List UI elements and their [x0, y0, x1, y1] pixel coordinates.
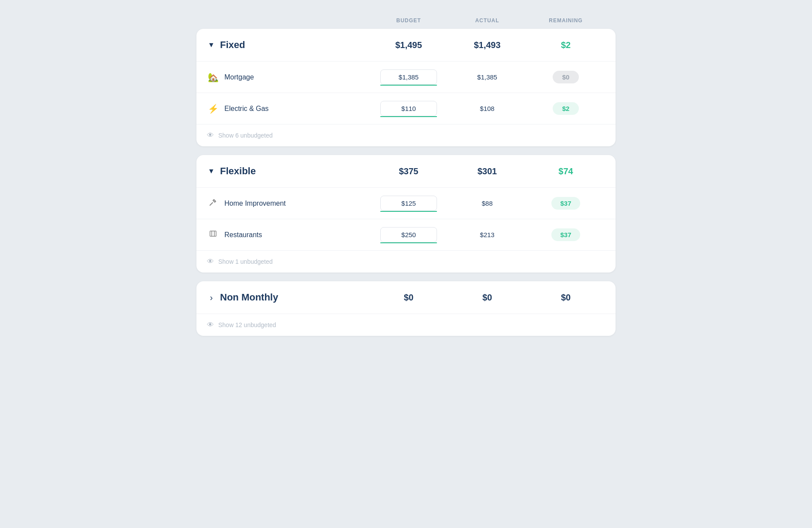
mortgage-remaining-cell: $0 — [526, 71, 605, 83]
mortgage-label: Mortgage — [224, 73, 254, 81]
restaurants-budget-input[interactable] — [380, 227, 437, 242]
fixed-show-unbudgeted[interactable]: 👁 Show 6 unbudgeted — [196, 124, 616, 146]
flexible-section-values: $375 $301 $74 — [369, 166, 605, 176]
home-improvement-row-values: $88 $37 — [369, 196, 605, 211]
restaurants-remaining-cell: $37 — [526, 228, 605, 241]
fixed-section-values: $1,495 $1,493 $2 — [369, 40, 605, 50]
flexible-chevron-icon[interactable]: ▼ — [207, 167, 216, 175]
remaining-column-header: REMAINING — [526, 17, 605, 24]
column-headers: BUDGET ACTUAL REMAINING — [196, 17, 616, 29]
non-monthly-budget-total: $0 — [369, 293, 448, 303]
flexible-section: ▼ Flexible $375 $301 $74 Home Improvemen… — [196, 155, 616, 273]
fixed-budget-total: $1,495 — [369, 40, 448, 50]
flexible-remaining-total: $74 — [526, 166, 605, 176]
home-improvement-icon — [207, 198, 219, 209]
mortgage-row-values: $1,385 $0 — [369, 69, 605, 85]
mortgage-row: 🏡 Mortgage $1,385 $0 — [196, 62, 616, 93]
electric-gas-icon: ⚡ — [207, 104, 219, 114]
mortgage-actual: $1,385 — [448, 73, 526, 81]
fixed-remaining-total: $2 — [526, 40, 605, 50]
non-monthly-section-values: $0 $0 $0 — [369, 293, 605, 303]
electric-gas-row-left: ⚡ Electric & Gas — [207, 104, 369, 114]
mortgage-budget-wrapper — [380, 69, 437, 85]
non-monthly-chevron-icon[interactable]: › — [207, 293, 216, 303]
electric-gas-budget-cell — [369, 101, 448, 116]
home-improvement-row: Home Improvement $88 $37 — [196, 188, 616, 219]
mortgage-remaining-badge: $0 — [553, 71, 579, 83]
home-improvement-remaining-cell: $37 — [526, 197, 605, 210]
mortgage-budget-input[interactable] — [380, 69, 437, 85]
restaurants-icon — [207, 229, 219, 240]
home-improvement-label: Home Improvement — [224, 200, 286, 207]
mortgage-budget-cell — [369, 69, 448, 85]
non-monthly-actual-total: $0 — [448, 293, 526, 303]
flexible-unbudgeted-label: Show 1 unbudgeted — [218, 258, 273, 265]
fixed-eye-icon: 👁 — [207, 131, 214, 139]
fixed-actual-total: $1,493 — [448, 40, 526, 50]
svg-rect-0 — [210, 231, 216, 236]
flexible-actual-total: $301 — [448, 166, 526, 176]
restaurants-budget-wrapper — [380, 227, 437, 242]
flexible-section-left: ▼ Flexible — [207, 166, 369, 177]
fixed-section-header: ▼ Fixed $1,495 $1,493 $2 — [196, 29, 616, 62]
fixed-unbudgeted-label: Show 6 unbudgeted — [218, 132, 273, 139]
electric-gas-label: Electric & Gas — [224, 105, 268, 113]
restaurants-label: Restaurants — [224, 231, 262, 239]
non-monthly-section: › Non Monthly $0 $0 $0 👁 Show 12 unbudge… — [196, 281, 616, 336]
fixed-section-left: ▼ Fixed — [207, 39, 369, 51]
non-monthly-eye-icon: 👁 — [207, 321, 214, 329]
non-monthly-unbudgeted-label: Show 12 unbudgeted — [218, 321, 276, 328]
flexible-eye-icon: 👁 — [207, 258, 214, 266]
non-monthly-remaining-total: $0 — [526, 293, 605, 303]
restaurants-remaining-badge: $37 — [551, 228, 580, 241]
home-improvement-budget-input[interactable] — [380, 196, 437, 211]
mortgage-row-left: 🏡 Mortgage — [207, 72, 369, 83]
electric-gas-remaining-badge: $2 — [553, 102, 579, 115]
restaurants-row: Restaurants $213 $37 — [196, 219, 616, 251]
electric-gas-budget-wrapper — [380, 101, 437, 116]
non-monthly-section-title: Non Monthly — [220, 292, 278, 303]
flexible-budget-total: $375 — [369, 166, 448, 176]
home-improvement-budget-wrapper — [380, 196, 437, 211]
flexible-section-title: Flexible — [220, 166, 256, 177]
mortgage-icon: 🏡 — [207, 72, 219, 83]
electric-gas-row: ⚡ Electric & Gas $108 $2 — [196, 93, 616, 124]
home-improvement-budget-cell — [369, 196, 448, 211]
electric-gas-remaining-cell: $2 — [526, 102, 605, 115]
non-monthly-section-header: › Non Monthly $0 $0 $0 — [196, 281, 616, 314]
home-improvement-row-left: Home Improvement — [207, 198, 369, 209]
electric-gas-row-values: $108 $2 — [369, 101, 605, 116]
restaurants-row-left: Restaurants — [207, 229, 369, 240]
electric-gas-budget-input[interactable] — [380, 101, 437, 116]
flexible-section-header: ▼ Flexible $375 $301 $74 — [196, 155, 616, 188]
electric-gas-actual: $108 — [448, 105, 526, 112]
fixed-chevron-icon[interactable]: ▼ — [207, 41, 216, 49]
actual-column-header: ACTUAL — [448, 17, 526, 24]
home-improvement-remaining-badge: $37 — [551, 197, 580, 210]
home-improvement-actual: $88 — [448, 200, 526, 207]
main-container: BUDGET ACTUAL REMAINING ▼ Fixed $1,495 $… — [196, 17, 616, 345]
non-monthly-show-unbudgeted[interactable]: 👁 Show 12 unbudgeted — [196, 314, 616, 336]
flexible-show-unbudgeted[interactable]: 👁 Show 1 unbudgeted — [196, 251, 616, 273]
restaurants-actual: $213 — [448, 231, 526, 238]
fixed-section-title: Fixed — [220, 39, 245, 51]
non-monthly-section-left: › Non Monthly — [207, 292, 369, 303]
restaurants-row-values: $213 $37 — [369, 227, 605, 242]
fixed-section: ▼ Fixed $1,495 $1,493 $2 🏡 Mortgage — [196, 29, 616, 146]
restaurants-budget-cell — [369, 227, 448, 242]
budget-column-header: BUDGET — [369, 17, 448, 24]
